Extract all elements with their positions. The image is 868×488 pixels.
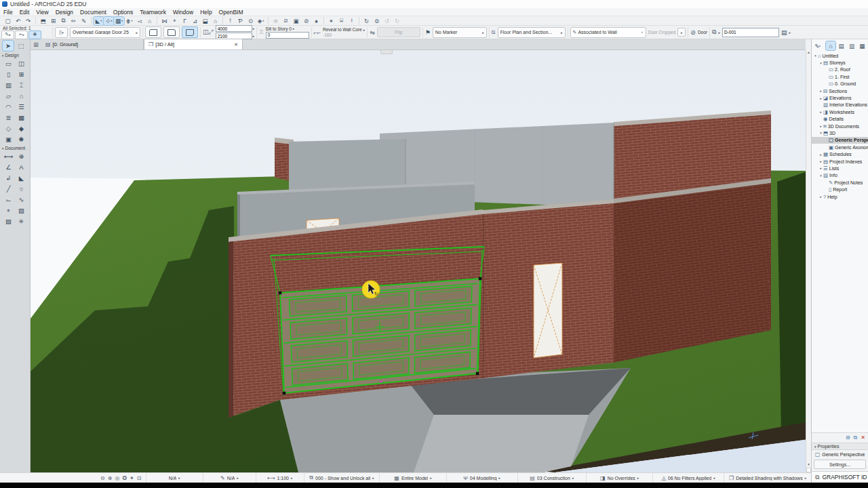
filters-quick[interactable]: ◬06 No Filters Applied▸ [652, 473, 724, 483]
refresh-icon[interactable]: ↻ [361, 17, 372, 25]
anchor-center-button[interactable] [163, 26, 180, 38]
tab-ground-floor[interactable]: ▤ [0. Ground] [41, 39, 144, 49]
menu-teamwork[interactable]: Teamwork [136, 9, 170, 16]
beam-tool[interactable]: ⌶ [16, 80, 27, 90]
tab-close-icon[interactable]: ✕ [234, 42, 238, 47]
level-dimension-tool[interactable]: ⊕ [16, 151, 27, 161]
intersect-icon[interactable]: ⋈ [159, 17, 170, 25]
scroll-down-icon[interactable]: ▼ [807, 462, 810, 467]
annotation-icon[interactable]: ⍿ [347, 17, 357, 25]
mesh-tool[interactable]: ▦ [16, 113, 27, 123]
more-options-button[interactable]: ▸ [677, 28, 686, 37]
split-icon[interactable]: ⊿ [190, 17, 200, 25]
tree-item-report[interactable]: ▯Report [812, 186, 868, 192]
save-view-icon[interactable]: ⊞ [846, 434, 850, 441]
angle-dimension-tool[interactable]: ∠ [3, 162, 14, 172]
layers-quick[interactable]: ⧉000 - Show and Unlock all▸ [304, 473, 380, 483]
menu-document[interactable]: Document [77, 9, 110, 16]
tree-item-generic-axonometry[interactable]: ▣Generic Axonometry [812, 144, 868, 150]
tree-item-storeys[interactable]: ▾▤Storeys [812, 59, 868, 66]
tree-item-schedules[interactable]: ▸▦Schedules [812, 150, 868, 157]
morph-tool[interactable]: ◆ [16, 123, 27, 134]
label-tool[interactable]: ↲ [3, 173, 14, 183]
filter-elements-icon[interactable]: ⊘ [301, 17, 311, 25]
new-file-icon[interactable]: ▢ [3, 17, 13, 25]
tree-item-3d[interactable]: ▾⬒3D [812, 129, 868, 136]
resize-icon[interactable]: ⫯ [225, 17, 235, 25]
favorites-button[interactable]: ▯▾ [55, 27, 68, 38]
prev-view-icon[interactable]: ↺ [382, 17, 392, 25]
line-tool[interactable]: ╱ [3, 184, 14, 194]
tree-item-project-indexes[interactable]: ▸▤Project Indexes [812, 158, 868, 165]
circle-tool[interactable]: ○ [16, 184, 27, 194]
entry-door[interactable] [534, 263, 562, 358]
marquee-icon[interactable]: ⬒ [38, 17, 48, 25]
quick-layers-icon[interactable]: ⊞ [48, 17, 58, 25]
roof-tool[interactable]: ⌂ [16, 91, 27, 101]
text-tool[interactable]: A [16, 162, 27, 172]
pen-set-quick[interactable]: N/A▸ [146, 473, 203, 483]
adjust-icon[interactable]: ⬓ [200, 17, 210, 25]
column-tool[interactable]: ◫ [16, 58, 27, 68]
fill-tool[interactable]: ◣ [16, 173, 27, 183]
collapse-tab-handle[interactable]: ︿ [380, 50, 393, 54]
figure-tool[interactable]: ▧ [16, 205, 27, 216]
structure-display-quick[interactable]: ▦Entire Model▸ [379, 473, 446, 483]
menu-openbim[interactable]: OpenBIM [216, 9, 247, 16]
hotspot-tool[interactable]: ⌖ [3, 205, 14, 216]
door-width-input[interactable] [216, 25, 252, 32]
menu-options[interactable]: Options [110, 9, 136, 16]
3d-viewport[interactable]: ↻ ︿ [31, 50, 806, 472]
menu-design[interactable]: Design [52, 9, 77, 16]
tree-item-project-notes[interactable]: ✎Project Notes [812, 179, 868, 186]
tab-3d-all[interactable]: ❒ [3D / All] ✕ [144, 39, 243, 49]
properties-header[interactable]: ▾Properties [812, 443, 868, 450]
render-settings-icon[interactable]: ⊜ [372, 17, 382, 25]
rotate-icon[interactable]: ⊙ [245, 17, 256, 25]
snap-points-icon[interactable]: ⋕▾ [124, 17, 134, 25]
snap-grid-icon[interactable]: ▦▾ [114, 17, 124, 25]
explore-icon[interactable]: ✦ [130, 475, 134, 481]
tree-item-elevations[interactable]: ▸◪Elevations [812, 94, 868, 101]
reveal-label[interactable]: Reveal to Wall Core [323, 27, 362, 32]
tree-item-sections[interactable]: ▸⊟Sections [812, 87, 868, 94]
sill-value-input[interactable] [266, 32, 309, 39]
layer-settings-icon[interactable]: ▤ [781, 29, 787, 36]
arrow-tool[interactable]: ➤ [3, 41, 14, 51]
zone-tool[interactable]: ◇ [3, 123, 14, 134]
zones-icon[interactable]: ♠ [311, 17, 321, 25]
undo-icon[interactable]: ↶ [13, 17, 23, 25]
tab-overview-button[interactable]: ⊞ [31, 39, 41, 49]
publish-icon[interactable]: ▣ [291, 17, 301, 25]
graphisoft-id-bar[interactable]: ⧉ GRAPHISOFT ID [811, 471, 868, 483]
camera-tool[interactable]: ✳ [16, 216, 27, 226]
clone-folder-icon[interactable]: ⧉ [854, 434, 858, 441]
tree-item-details[interactable]: ◉Details [812, 116, 868, 123]
layouts-icon[interactable]: ⧄ [281, 17, 291, 25]
fit-in-window-icon[interactable]: ◎ [115, 475, 119, 481]
association-select[interactable]: ✎ Associated to Wall˅ [570, 27, 646, 38]
overrides-quick[interactable]: ◨No Overrides▸ [586, 473, 652, 483]
slab-tool[interactable]: ▱ [3, 91, 14, 101]
toolbox-section-design[interactable]: ▾Design [0, 52, 30, 58]
pickup-parameters-icon[interactable]: ✏ [68, 17, 79, 25]
object-tool[interactable]: ▣ [3, 134, 14, 144]
toolbox-section-document[interactable]: ▾Document [0, 144, 30, 151]
marker-dropdown[interactable]: No Marker▸ [433, 27, 487, 38]
tree-item-lists[interactable]: ▸☰Lists [812, 165, 868, 171]
layout-book-tab[interactable]: ▥ [847, 41, 856, 50]
tree-item-generic-perspective[interactable]: ▢Generic Perspective [812, 137, 868, 144]
morph-ops-icon[interactable]: ◈▾ [256, 17, 266, 25]
zoom-in-icon[interactable]: ⊕ [108, 475, 113, 481]
tree-item-1-first[interactable]: ▭1. First [812, 73, 868, 80]
inject-parameters-icon[interactable]: ✎ [79, 17, 89, 25]
polyline-tool[interactable]: ⌙ [3, 195, 14, 205]
tree-item-2-roof[interactable]: ▭2. Roof [812, 66, 868, 73]
suspend-groups-icon[interactable]: ◅ [134, 17, 144, 25]
zoom-box-icon[interactable]: ⊡ [137, 475, 142, 481]
selection-mode-button[interactable]: ➣▸ [15, 30, 28, 39]
curtain-wall-tool[interactable]: ▥ [3, 80, 14, 90]
drawing-tool[interactable]: ▤ [3, 216, 14, 226]
dimension-prefs-icon[interactable]: ⌸ [336, 17, 347, 25]
viewport-scrollbar[interactable]: ▲ ▼ [806, 50, 811, 472]
